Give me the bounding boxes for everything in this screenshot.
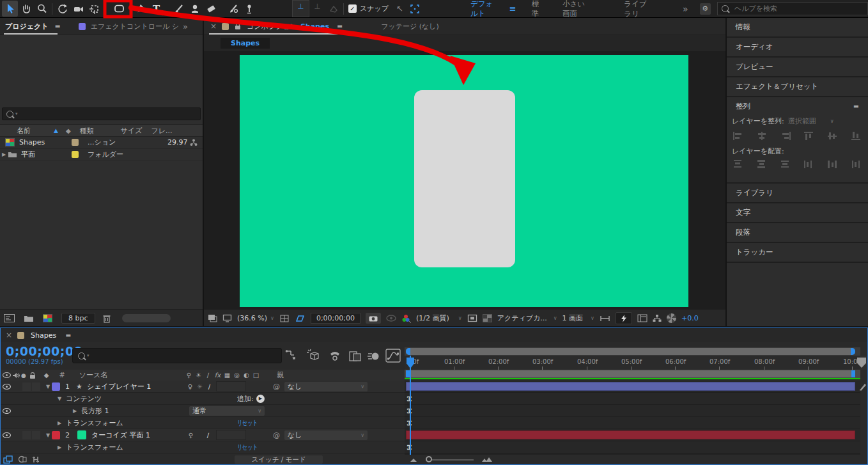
group-name[interactable]: 長方形 1 — [81, 406, 109, 416]
column-size[interactable]: サイズ — [121, 126, 143, 136]
frame-blending-icon[interactable] — [348, 350, 362, 363]
eye-icon[interactable] — [3, 384, 11, 390]
layer-duration-bar[interactable] — [406, 430, 855, 439]
twirl-closed-icon[interactable]: ▶ — [71, 408, 79, 414]
eye-icon[interactable] — [3, 432, 11, 438]
align-target-dropdown[interactable]: 選択範囲∨ — [788, 116, 834, 126]
panel-header-effects-presets[interactable]: エフェクト＆プリセット — [727, 77, 868, 96]
fast-previews-icon[interactable] — [616, 312, 632, 324]
region-of-interest-icon[interactable] — [295, 314, 306, 323]
group-row-transform-1[interactable]: ▶ トランスフォーム リセット — [1, 417, 405, 429]
snap-options-icon[interactable]: ↖ — [396, 4, 403, 13]
composition-mini-flowchart-icon[interactable] — [284, 349, 298, 363]
distribute-hcenter-icon[interactable] — [828, 160, 838, 168]
layer-duration-bar[interactable] — [406, 382, 855, 391]
expand-transfer-controls-icon[interactable] — [18, 455, 27, 464]
snap-toggle[interactable]: ✓ スナップ — [348, 4, 389, 13]
layer-name[interactable]: ターコイズ 平面 1 — [91, 430, 150, 440]
item-name[interactable]: Shapes — [19, 138, 45, 146]
layer-row-shape[interactable]: ▼ 1 ★ シェイプレイヤー 1 ♀ ☀ ∕ @ なし∨ — [1, 381, 405, 393]
track-lane-transform-2[interactable]: Ɪ — [405, 441, 860, 453]
draft-3d-icon[interactable] — [305, 349, 320, 363]
rounded-rectangle-tool[interactable] — [111, 1, 127, 17]
align-horiz-center-icon[interactable] — [757, 132, 767, 140]
distribute-right-icon[interactable] — [851, 160, 862, 168]
rotation-tool[interactable] — [54, 1, 70, 17]
distribute-bottom-icon[interactable] — [780, 160, 791, 168]
group-name[interactable]: コンテンツ — [66, 394, 102, 404]
target-region-icon[interactable] — [467, 314, 477, 322]
zoom-tool[interactable] — [34, 1, 50, 17]
snap-bounds-icon[interactable] — [410, 4, 420, 14]
twirl-closed-icon[interactable]: ▶ — [56, 420, 63, 426]
flowchart-button-icon[interactable] — [653, 314, 662, 322]
motion-blur-icon[interactable] — [366, 350, 380, 363]
audio-toggle[interactable] — [22, 431, 31, 439]
audio-toggle[interactable] — [22, 382, 31, 391]
type-tool[interactable]: T — [148, 1, 164, 17]
project-row-shapes[interactable]: Shapes ...ション 29.97 — [0, 136, 203, 149]
timeline-tab-close-icon[interactable]: × — [6, 331, 12, 340]
time-navigator[interactable] — [405, 347, 860, 356]
panel-header-preview[interactable]: プレビュー — [727, 58, 868, 76]
grid-guides-icon[interactable] — [279, 314, 290, 323]
help-search-box[interactable] — [717, 2, 868, 15]
group-row-rectangle[interactable]: ▶ 長方形 1 通常∨ — [1, 405, 405, 417]
exposure-icon[interactable] — [667, 313, 676, 323]
quality-sampling-switch[interactable]: ♀ — [187, 432, 195, 439]
blend-mode-dropdown[interactable]: 通常∨ — [189, 406, 265, 416]
panel-overflow-icon[interactable]: » — [183, 22, 188, 31]
channel-icon[interactable] — [401, 314, 411, 323]
panel-header-character[interactable]: 文字 — [727, 203, 868, 222]
navigator-end-handle[interactable] — [851, 348, 855, 355]
align-panel-menu-icon[interactable]: ≡ — [853, 102, 859, 111]
workspace-settings-icon[interactable]: ⚙ — [700, 3, 711, 15]
show-snapshot-icon[interactable] — [386, 315, 396, 322]
camera-tool[interactable] — [70, 1, 86, 17]
always-preview-icon[interactable] — [208, 314, 217, 322]
expand-inout-panes-icon[interactable] — [32, 455, 40, 464]
align-bottom-icon[interactable] — [851, 132, 862, 140]
comp-flowchart-quill-icon[interactable] — [858, 382, 867, 391]
solo-toggle[interactable] — [32, 382, 40, 391]
view-layout-dropdown[interactable]: 1 画面∨ — [562, 313, 594, 323]
quality-switch[interactable]: ∕ — [204, 432, 212, 439]
snapshot-icon[interactable] — [366, 313, 381, 324]
work-area-bar[interactable] — [405, 370, 860, 378]
align-left-icon[interactable] — [733, 132, 743, 140]
track-lane-contents[interactable]: Ɪ — [405, 393, 860, 405]
exposure-value[interactable]: +0.0 — [681, 314, 699, 322]
workspace-menu-icon[interactable]: ≡ — [509, 4, 516, 13]
help-search-input[interactable] — [733, 4, 864, 13]
timeline-tab-menu-icon[interactable]: ≡ — [65, 331, 71, 340]
footage-tab[interactable]: フッテージ (なし) — [381, 22, 439, 31]
comp-timecode[interactable]: 0;00;00;00 — [311, 313, 360, 324]
world-axis-mode[interactable]: ┴ — [309, 1, 325, 17]
comp-tab-name[interactable]: Shapes — [300, 22, 329, 31]
project-depth-button[interactable]: 8 bpc — [61, 313, 95, 324]
item-name[interactable]: 平面 — [21, 150, 35, 159]
group-row-transform-2[interactable]: ▶ トランスフォーム リセット — [1, 441, 405, 453]
panel-header-info[interactable]: 情報 — [727, 18, 868, 36]
panel-header-tracker[interactable]: トラッカー — [727, 243, 868, 262]
workspace-tab-standard[interactable]: 標準 — [532, 0, 543, 19]
interpret-footage-icon[interactable] — [4, 314, 15, 322]
track-lane-rectangle[interactable]: Ɪ — [405, 405, 860, 417]
group-name[interactable]: トランスフォーム — [66, 418, 123, 428]
item-label-swatch[interactable] — [72, 151, 79, 158]
track-lane-transform-1[interactable]: Ɪ — [405, 417, 860, 429]
align-right-icon[interactable] — [780, 132, 791, 140]
column-label-icon[interactable]: ◆ — [66, 127, 71, 134]
twirl-closed-icon[interactable]: ▶ — [0, 152, 8, 157]
reset-link[interactable]: リセット — [237, 443, 258, 452]
panel-header-audio[interactable]: オーディオ — [727, 38, 868, 56]
source-name-column[interactable]: ソース名 — [79, 370, 108, 380]
collapse-switch[interactable]: ☀ — [196, 383, 204, 390]
twirl-closed-icon[interactable]: ▶ — [56, 445, 63, 450]
timeline-search-box[interactable]: ▾ — [72, 348, 282, 363]
pixel-aspect-icon[interactable] — [600, 315, 610, 322]
new-folder-icon[interactable] — [24, 315, 34, 322]
zoom-in-mountains-icon[interactable] — [481, 457, 493, 462]
roto-brush-tool[interactable] — [225, 1, 241, 17]
playhead-line[interactable] — [410, 356, 411, 455]
